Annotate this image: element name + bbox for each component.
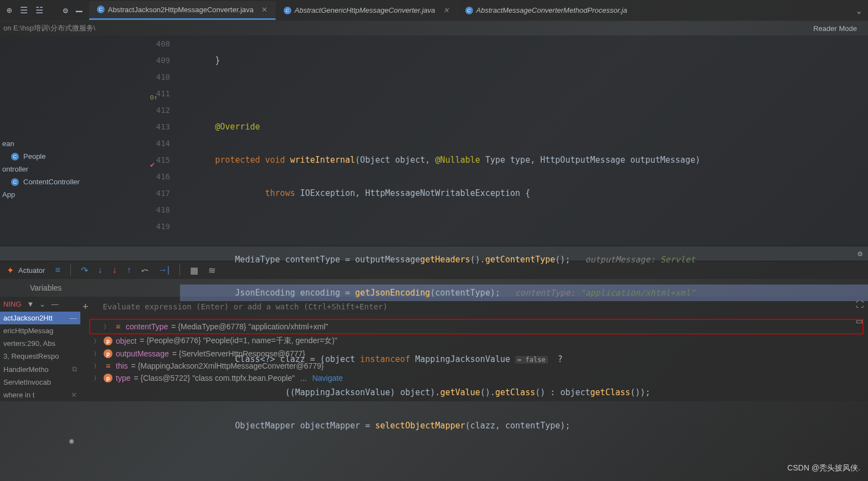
layout-icon[interactable]: ▭ (856, 317, 864, 325)
param-icon: p (104, 374, 112, 382)
gutter-414[interactable]: 414 (119, 135, 170, 152)
frame-item[interactable]: ServletInvocab (0, 376, 80, 389)
gutter-419[interactable]: 419 (119, 218, 170, 235)
editor-tabs: C AbstractJackson2HttpMessageConverter.j… (89, 1, 850, 20)
field-icon: ≡ (104, 361, 112, 370)
frame-item[interactable]: actJackson2Htt— (0, 312, 80, 324)
close-icon[interactable]: ✕ (261, 6, 268, 14)
gutter-412[interactable]: 412 (119, 102, 170, 118)
expand-icon[interactable]: ☱ (35, 5, 43, 15)
tab-abstractjackson2[interactable]: C AbstractJackson2HttpMessageConverter.j… (89, 1, 276, 20)
field-icon: ≡ (114, 322, 122, 331)
editor-area: ean CPeople ontroller CContentController… (0, 35, 868, 246)
thread-status: NING (3, 300, 22, 308)
watermark: CSDN @秃头披风侠. (787, 463, 860, 473)
step-into-icon[interactable]: ↓ (98, 265, 102, 275)
gutter-416[interactable]: 416 (119, 168, 170, 185)
chevron-right-icon[interactable]: 〉 (94, 374, 100, 382)
chevron-right-icon[interactable]: 〉 (94, 350, 100, 358)
gear-icon[interactable]: ⚙ (63, 6, 68, 15)
param-icon: p (104, 337, 112, 345)
show-exec-point-icon[interactable]: ≡ (55, 265, 60, 275)
gutter-418[interactable]: 418 (119, 201, 170, 218)
gutter-415[interactable]: 415✔ (119, 152, 170, 168)
var-outputmessage[interactable]: 〉 p outputMessage = {ServletServerHttpRe… (80, 348, 868, 360)
structure-sidebar: ean CPeople ontroller CContentController… (0, 35, 119, 246)
expand-icon[interactable]: ⛶ (856, 300, 864, 309)
lib-icon: — (70, 314, 77, 322)
target-icon[interactable]: ⊕ (7, 5, 12, 15)
frame-item[interactable]: 3, RequestRespo (0, 350, 80, 363)
close-icon[interactable]: ✕ (443, 6, 449, 14)
chevron-right-icon[interactable]: 〉 (94, 337, 100, 345)
sidebar-item-ean[interactable]: ean (0, 137, 119, 150)
filter-icon[interactable]: ▼ (27, 300, 34, 308)
sidebar-item-people[interactable]: CPeople (0, 150, 119, 163)
sidebar-item-app[interactable]: App (0, 188, 119, 201)
gutter-411[interactable]: 411O↑ (119, 85, 170, 102)
frame-item[interactable]: HandlerMetho⧉ (0, 363, 80, 376)
chevron-right-icon[interactable]: 〉 (104, 323, 110, 331)
tab-abstractmessageconv[interactable]: C AbstractMessageConverterMethodProcesso… (458, 2, 636, 19)
watch-icon[interactable]: ◉ (69, 436, 74, 445)
class-icon: C (11, 153, 19, 161)
tab-label: AbstractJackson2HttpMessageConverter.jav… (108, 6, 254, 14)
top-icon-group: ⊕ ☰ ☱ ⚙ — (0, 4, 89, 17)
var-object[interactable]: 〉 p object = {People@6776} "People(id=1,… (80, 334, 868, 348)
actuator-tab[interactable]: ✦ Actuator (7, 265, 45, 276)
code-editor[interactable]: } @Override protected void writeInternal… (180, 35, 868, 246)
run-to-cursor-icon[interactable]: →| (158, 265, 170, 275)
collapse-icon[interactable]: ☰ (20, 5, 28, 15)
var-this[interactable]: 〉 ≡ this = {MappingJackson2XmlHttpMessag… (80, 360, 868, 372)
step-out-icon[interactable]: ↑ (127, 265, 131, 275)
breadcrumb-bar: on E:\hsp培训\分布式微服务\ Reader Mode (0, 21, 868, 35)
frame-item[interactable]: ericHttpMessag (0, 324, 80, 337)
frame-item[interactable]: where in t✕ (0, 389, 80, 401)
line-gutter: 408 409 410 411O↑ 412 413 414 415✔ 416 4… (119, 35, 180, 246)
variables-panel: + 〉 ≡ contentType = {MediaType@6778} "ap… (80, 297, 868, 401)
chevron-down-icon[interactable]: ⌄ (39, 300, 45, 308)
debug-lower-panel: NING ▼ ⌄ — actJackson2Htt— ericHttpMessa… (0, 297, 868, 401)
class-icon: C (284, 7, 291, 14)
navigate-link[interactable]: Navigate (312, 374, 343, 382)
gutter-410[interactable]: 410 (119, 69, 170, 85)
tab-label: AbstractGenericHttpMessageConverter.java (295, 6, 435, 14)
vars-side-icons: ⛶ ▭ (856, 300, 864, 325)
class-icon: C (97, 6, 105, 13)
actuator-icon: ✦ (7, 265, 14, 276)
gutter-417[interactable]: 417 (119, 185, 170, 201)
tab-label: AbstractMessageConverterMethodProcessor.… (476, 6, 628, 14)
gutter-408[interactable]: 408 (119, 35, 170, 52)
tab-abstractgeneric[interactable]: C AbstractGenericHttpMessageConverter.ja… (276, 2, 458, 19)
evaluate-input[interactable] (97, 299, 861, 314)
class-icon: C (465, 7, 473, 14)
top-toolbar: ⊕ ☰ ☱ ⚙ — C AbstractJackson2HttpMessageC… (0, 0, 868, 21)
frame-item[interactable]: verters:290, Abs (0, 337, 80, 350)
gutter-413[interactable]: 413 (119, 118, 170, 135)
sidebar-item-ontroller[interactable]: ontroller (0, 163, 119, 175)
frames-header: NING ▼ ⌄ — (0, 297, 80, 312)
frames-panel: NING ▼ ⌄ — actJackson2Htt— ericHttpMessa… (0, 297, 80, 401)
close-icon[interactable]: ✕ (71, 391, 77, 399)
var-type[interactable]: 〉 p type = {Class@5722} "class com.ttpfx… (80, 372, 868, 384)
force-step-into-icon[interactable]: ↓ (112, 265, 117, 275)
step-over-icon[interactable]: ↷ (81, 265, 88, 276)
copy-icon[interactable]: ⧉ (72, 365, 77, 374)
gutter-409[interactable]: 409 (119, 52, 170, 69)
tab-overflow-icon[interactable]: ⌄ (850, 6, 868, 15)
dash-icon[interactable]: — (51, 300, 58, 308)
chevron-right-icon[interactable]: 〉 (94, 362, 100, 370)
sidebar-item-contentcontroller[interactable]: CContentController (0, 175, 119, 188)
add-watch-icon[interactable]: + (83, 301, 89, 313)
class-icon: C (11, 178, 19, 186)
drop-frame-icon[interactable]: ⤺ (141, 265, 148, 276)
path-crumb: on E:\hsp培训\分布式微服务\ (3, 23, 95, 33)
reader-mode-label[interactable]: Reader Mode (813, 24, 857, 33)
minimize-icon[interactable]: — (76, 4, 83, 17)
variable-tree: 〉 ≡ contentType = {MediaType@6778} "appl… (80, 317, 868, 386)
param-icon: p (104, 349, 112, 358)
var-contenttype[interactable]: 〉 ≡ contentType = {MediaType@6778} "appl… (89, 319, 864, 334)
